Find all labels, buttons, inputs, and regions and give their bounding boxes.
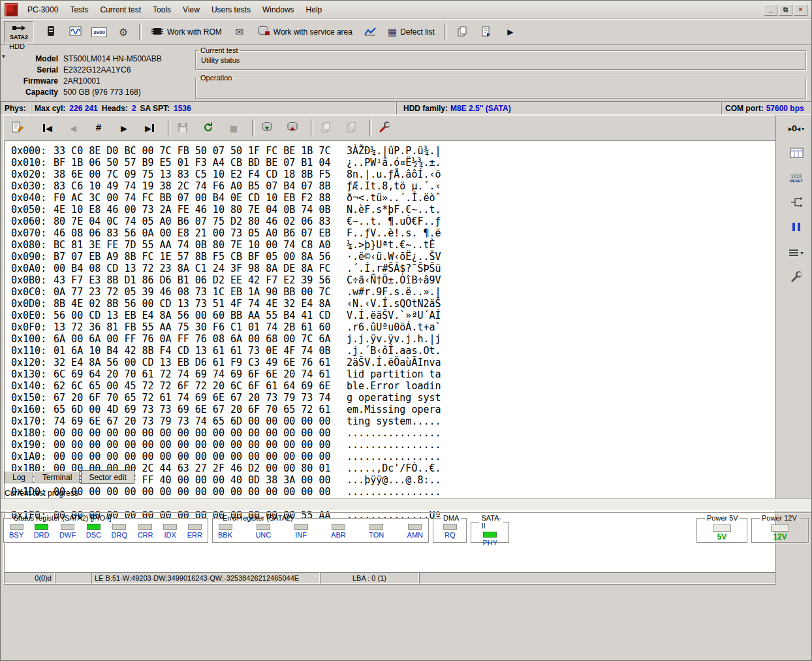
last-sector-button[interactable]: ▶ xyxy=(140,119,159,137)
hex-ascii[interactable]: .....,Dc'/FÒ..€. xyxy=(339,462,441,474)
read-sectors-button[interactable] xyxy=(257,119,277,137)
hex-row[interactable]: 0x190: 00 00 00 00 00 00 00 00 00 00 00 … xyxy=(11,439,775,451)
database-button[interactable] xyxy=(475,22,497,42)
hex-bytes[interactable]: 00 00 00 00 00 00 00 00 00 00 00 00 00 0… xyxy=(54,439,333,451)
hex-ascii[interactable]: F..ƒV..è!.s. ¶.ë xyxy=(339,227,441,239)
hex-ascii[interactable]: lid partition ta xyxy=(339,368,441,380)
hex-ascii[interactable]: em.Missing opera xyxy=(339,404,441,415)
hex-bytes[interactable]: 65 6D 00 4D 69 73 73 69 6E 67 20 6F 70 6… xyxy=(54,404,333,415)
spindle-speed-button[interactable]: 3600 xyxy=(88,22,110,42)
hex-row[interactable]: 0x180: 00 00 00 00 00 00 00 00 00 00 00 … xyxy=(11,427,775,439)
hex-bytes[interactable]: 46 08 06 83 56 0A 00 E8 21 00 73 05 A0 B… xyxy=(54,227,333,239)
hex-row[interactable]: 0x1A0: 00 00 00 00 00 00 00 00 00 00 00 … xyxy=(11,451,775,462)
hex-bytes[interactable]: 67 20 6F 70 65 72 61 74 69 6E 67 20 73 7… xyxy=(54,392,333,404)
hex-bytes[interactable]: 62 6C 65 00 45 72 72 6F 72 20 6C 6F 61 6… xyxy=(54,380,333,392)
hex-bytes[interactable]: 56 00 CD 13 EB E4 8A 56 00 60 BB AA 55 B… xyxy=(54,310,333,321)
start-button[interactable]: ▶ xyxy=(499,22,522,42)
hex-row[interactable]: 0x0B0: 43 F7 E3 8B D1 86 D6 B1 06 D2 EE … xyxy=(11,274,775,286)
hex-bytes[interactable]: 32 E4 8A 56 00 CD 13 EB D6 61 F9 C3 49 6… xyxy=(54,357,333,368)
hex-bytes[interactable]: BF 1B 06 50 57 B9 E5 01 F3 A4 CB BD BE 0… xyxy=(54,157,333,169)
hex-row[interactable]: 0x0C0: 0A 77 23 72 05 39 46 08 73 1C EB … xyxy=(11,286,775,298)
hex-row[interactable]: 0x130: 6C 69 64 20 70 61 72 74 69 74 69 … xyxy=(11,368,775,380)
hex-row[interactable]: 0x0A0: 00 B4 08 CD 13 72 23 8A C1 24 3F … xyxy=(11,263,775,274)
hex-row[interactable]: 0x110: 01 6A 10 B4 42 8B F4 CD 13 61 61 … xyxy=(11,345,775,357)
hex-ascii[interactable]: ‹N.‹V.Í.sQOtN2äŠ xyxy=(339,298,441,310)
hex-bytes[interactable]: B7 07 EB A9 8B FC 1E 57 8B F5 CB BF 05 0… xyxy=(54,251,333,263)
hex-bytes[interactable]: 33 C0 8E D0 BC 00 7C FB 50 07 50 1F FC B… xyxy=(54,145,333,157)
hex-bytes[interactable]: 00 00 00 00 00 00 00 00 00 00 00 00 00 0… xyxy=(54,451,333,462)
prev-sector-button[interactable]: ◀ xyxy=(63,119,83,137)
hdd-expander-icon[interactable]: ▾ xyxy=(2,53,5,59)
hex-row[interactable]: 0x170: 74 69 6E 67 20 73 79 73 74 65 6D … xyxy=(11,415,775,427)
work-with-service-area-button[interactable]: Work with service area xyxy=(253,22,357,42)
hex-ascii[interactable]: 3ÀŽÐ¼.|ûP.P.ü¾.| xyxy=(339,145,441,157)
hex-tools-button[interactable] xyxy=(375,119,394,137)
heads-map-button[interactable]: ▸0◂ ▾ xyxy=(783,119,810,138)
hex-ascii[interactable]: 8n.|.u.ƒÅ.âôÍ.‹õ xyxy=(339,169,441,180)
work-with-rom-button[interactable]: Work with ROM xyxy=(146,22,226,42)
hex-row[interactable]: 0x0D0: 8B 4E 02 8B 56 00 CD 13 73 51 4F … xyxy=(11,298,775,310)
hex-ascii[interactable]: ................ xyxy=(339,439,441,451)
jumps-button[interactable] xyxy=(783,193,810,213)
hex-bytes[interactable]: 01 6A 10 B4 42 8B F4 CD 13 61 61 73 0E 4… xyxy=(54,345,333,357)
hex-ascii[interactable]: .r6.ûUªu0öÁ.t+a` xyxy=(339,321,441,333)
copy-button[interactable] xyxy=(341,119,361,137)
write-sectors-button[interactable] xyxy=(283,119,302,137)
hex-row[interactable]: 0x010: BF 1B 06 50 57 B9 E5 01 F3 A4 CB … xyxy=(11,157,775,169)
hex-bytes[interactable]: 00 00 00 00 00 00 00 00 00 00 00 00 00 0… xyxy=(54,486,333,498)
strip-tools-button[interactable] xyxy=(783,268,810,287)
test-script-button[interactable]: ✉ xyxy=(228,22,251,42)
hex-row[interactable]: 0x040: F0 AC 3C 00 74 FC BB 07 00 B4 0E … xyxy=(11,192,775,204)
settings-button[interactable]: ⚙ xyxy=(112,22,134,42)
port-select-button[interactable]: SATA2 xyxy=(4,21,34,43)
copy-report-button[interactable] xyxy=(451,22,473,42)
hex-row[interactable]: 0x1D0: 00 00 00 00 00 00 00 00 00 00 00 … xyxy=(11,486,775,498)
hex-bytes[interactable]: 13 72 36 81 FB 55 AA 75 30 F6 C1 01 74 2… xyxy=(54,321,333,333)
hex-ascii[interactable]: .j.´B‹ôÍ.aas.Ot. xyxy=(339,345,441,357)
next-sector-button[interactable]: ▶ xyxy=(114,119,134,137)
hex-row[interactable]: 0x150: 67 20 6F 70 65 72 61 74 69 6E 67 … xyxy=(11,392,775,404)
menu-item[interactable]: Help xyxy=(300,3,328,17)
hex-ascii[interactable]: C÷ã‹Ñ†Ö±.ÒîB÷â9V xyxy=(339,274,441,286)
hex-ascii[interactable]: ................ xyxy=(339,486,441,498)
hex-bytes[interactable]: 83 C6 10 49 74 19 38 2C 74 F6 A0 B5 07 B… xyxy=(54,180,333,192)
hex-row[interactable]: 0x060: 80 7E 04 0C 74 05 A0 B6 07 75 D2 … xyxy=(11,216,775,227)
hex-row[interactable]: 0x000: 33 C0 8E D0 BC 00 7C FB 50 07 50 … xyxy=(11,145,775,157)
hex-ascii[interactable]: .´.Í.r#ŠÁ$?˜ŠÞŠü xyxy=(339,263,441,274)
menu-item[interactable]: Windows xyxy=(257,3,300,17)
hex-row[interactable]: 0x100: 6A 00 6A 00 FF 76 0A FF 76 08 6A … xyxy=(11,333,775,345)
first-sector-button[interactable]: ◀ xyxy=(38,119,57,137)
menu-item[interactable]: Tests xyxy=(64,3,94,17)
hex-ascii[interactable]: ƒÆ.It.8,tö µ.´.‹ xyxy=(339,180,441,192)
hex-ascii[interactable]: V.Í.ëäŠV.`»ªU´AÍ xyxy=(339,310,441,321)
hex-ascii[interactable]: .w#r.9F.s.ë..».| xyxy=(339,286,441,298)
hex-row[interactable]: 0x0E0: 56 00 CD 13 EB E4 8A 56 00 60 BB … xyxy=(11,310,775,321)
hex-bytes[interactable]: 74 69 6E 67 20 73 79 73 74 65 6D 00 00 0… xyxy=(54,415,333,427)
hex-ascii[interactable]: g operating syst xyxy=(339,392,441,404)
menu-item[interactable]: Current test xyxy=(94,3,147,17)
restore-button[interactable]: ⧉ xyxy=(779,4,792,16)
hex-ascii[interactable]: ................ xyxy=(339,427,441,439)
drive-power-button[interactable] xyxy=(40,22,62,42)
hex-row[interactable]: 0x050: 4E 10 E8 46 00 73 2A FE 46 10 80 … xyxy=(11,204,775,216)
hex-ascii[interactable]: ¼.>þ}Uªt.€~..tÈ xyxy=(339,239,441,251)
hex-bytes[interactable]: 4E 10 E8 46 00 73 2A FE 46 10 80 7E 04 0… xyxy=(54,204,333,216)
tab[interactable]: Terminal xyxy=(35,471,80,483)
modes-button[interactable]: ▾ xyxy=(783,243,810,263)
hex-bytes[interactable]: 6C 69 64 20 70 61 72 74 69 74 69 6F 6E 2… xyxy=(54,368,333,380)
hex-row[interactable]: 0x0F0: 13 72 36 81 FB 55 AA 75 30 F6 C1 … xyxy=(11,321,775,333)
hex-bytes[interactable]: 8B 4E 02 8B 56 00 CD 13 73 51 4F 74 4E 3… xyxy=(54,298,333,310)
hex-ascii[interactable]: ·.ë©‹ü.W‹õË¿..ŠV xyxy=(339,251,441,263)
hex-row[interactable]: 0x030: 83 C6 10 49 74 19 38 2C 74 F6 A0 … xyxy=(11,180,775,192)
hex-bytes[interactable]: 38 6E 00 7C 09 75 13 83 C5 10 E2 F4 CD 1… xyxy=(54,169,333,180)
hex-row[interactable]: 0x070: 46 08 06 83 56 0A 00 E8 21 00 73 … xyxy=(11,227,775,239)
menu-item[interactable]: Tools xyxy=(147,3,177,17)
hex-bytes[interactable]: 80 7E 04 0C 74 05 A0 B6 07 75 D2 80 46 0… xyxy=(54,216,333,227)
hex-bytes[interactable]: F0 AC 3C 00 74 FC BB 07 00 B4 0E CD 10 E… xyxy=(54,192,333,204)
hex-ascii[interactable]: j.j.ÿv.ÿv.j.h.|j xyxy=(339,333,441,345)
menu-item[interactable]: PC-3000 xyxy=(22,3,64,17)
tab[interactable]: Log xyxy=(5,471,33,483)
hex-bytes[interactable]: 00 B4 08 CD 13 72 23 8A C1 24 3F 98 8A D… xyxy=(54,263,333,274)
reset-button[interactable]: 1010 RESET xyxy=(783,169,810,188)
surface-map-button[interactable] xyxy=(783,144,810,163)
